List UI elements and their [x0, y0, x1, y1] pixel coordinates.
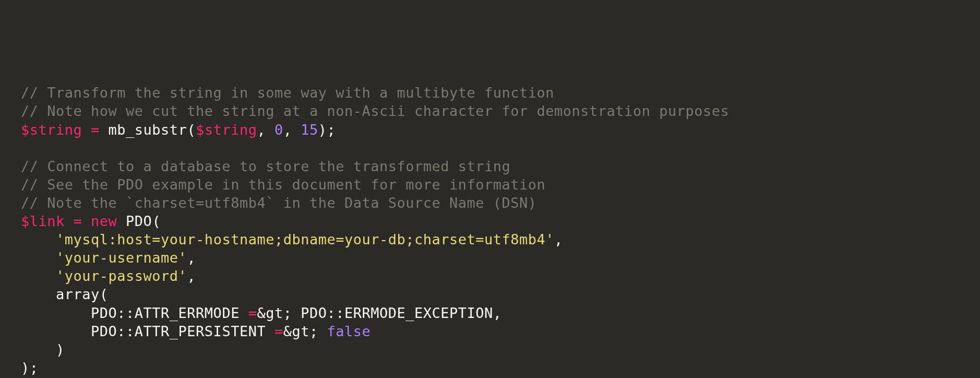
arrow-entity: &gt;	[257, 305, 301, 321]
indent	[21, 323, 91, 339]
php-variable: $link	[21, 213, 65, 229]
comma: ,	[257, 122, 274, 138]
code-comment: // Transform the string in some way with…	[21, 85, 554, 101]
number-literal: 0	[274, 122, 283, 138]
constant: PDO::ATTR_PERSISTENT	[91, 323, 266, 339]
paren-close: );	[21, 360, 39, 376]
code-comment: // Connect to a database to store the tr…	[21, 158, 510, 174]
assign-operator: =	[65, 213, 91, 229]
comma: ,	[493, 305, 502, 321]
indent	[21, 250, 56, 266]
paren-open: (	[100, 286, 109, 302]
code-block: // Transform the string in some way with…	[21, 84, 959, 377]
php-variable: $string	[196, 122, 257, 138]
paren-close: );	[318, 122, 336, 138]
comma: ,	[187, 268, 196, 284]
code-comment: // Note the `charset=utf8mb4` in the Dat…	[21, 195, 537, 211]
php-variable: $string	[21, 122, 82, 138]
string-literal: 'mysql:host=your-hostname;dbname=your-db…	[56, 231, 554, 247]
function-call: mb_substr	[109, 122, 187, 138]
constant: PDO::ATTR_ERRMODE	[91, 305, 240, 321]
indent	[21, 305, 91, 321]
string-literal: 'your-username'	[56, 250, 187, 266]
keyword-new: new	[91, 213, 117, 229]
paren-open: (	[187, 122, 196, 138]
arrow-operator: =	[266, 323, 283, 339]
comma: ,	[283, 122, 301, 138]
assign-operator: =	[82, 122, 108, 138]
indent	[21, 341, 56, 358]
arrow-entity: &gt;	[283, 323, 327, 339]
comma: ,	[554, 231, 563, 247]
function-call: array	[56, 286, 100, 302]
paren-close: )	[56, 341, 65, 358]
string-literal: 'your-password'	[56, 268, 187, 284]
code-comment: // Note how we cut the string at a non-A…	[21, 103, 729, 119]
indent	[21, 268, 56, 284]
code-comment: // See the PDO example in this document …	[21, 176, 545, 193]
indent	[21, 286, 56, 302]
space	[117, 213, 126, 229]
constant: PDO::ERRMODE_EXCEPTION	[301, 305, 493, 321]
paren-open: (	[152, 213, 161, 229]
arrow-operator: =	[240, 305, 257, 321]
boolean-literal: false	[327, 323, 371, 339]
comma: ,	[187, 250, 196, 266]
class-name: PDO	[126, 213, 152, 229]
indent	[21, 231, 56, 247]
number-literal: 15	[301, 122, 318, 138]
